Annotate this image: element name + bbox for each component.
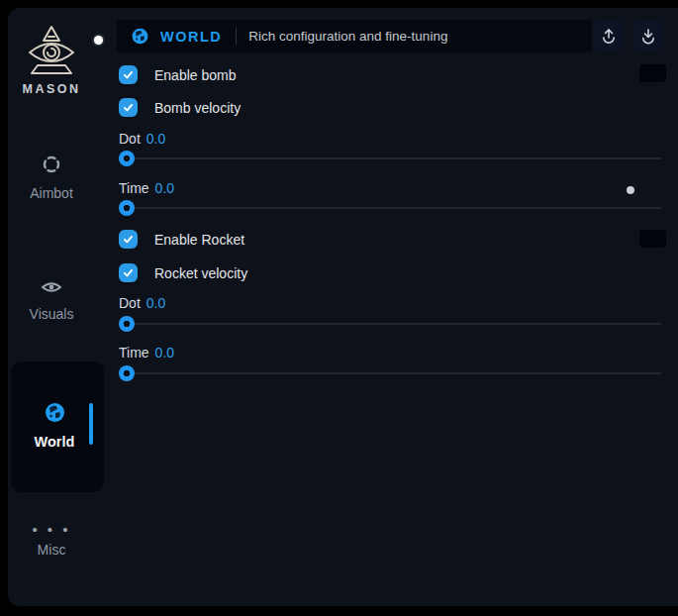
checkbox-label: Enable bomb: [154, 67, 237, 83]
sidebar-item-label: World: [11, 434, 98, 450]
checkmark-icon: [122, 68, 135, 81]
slider-handle[interactable]: [119, 151, 135, 166]
slider-name: Time: [119, 180, 149, 196]
slider-handle[interactable]: [119, 365, 135, 381]
slider-value: 0.0: [155, 180, 174, 196]
checkbox-label: Rocket velocity: [154, 265, 247, 281]
page-title: WORLD: [160, 29, 222, 45]
enable-bomb-checkbox[interactable]: [119, 65, 138, 84]
page-header: WORLD Rich configuration and fine-tuning: [117, 20, 592, 52]
slider-name: Dot: [119, 131, 141, 147]
checkbox-row-enable-bomb: Enable bomb: [119, 65, 237, 84]
header-divider: [236, 28, 237, 45]
bomb-dot-slider[interactable]: [119, 151, 661, 166]
brand-logo: MASON: [8, 24, 95, 96]
sidebar: MASON Aimbot Visuals: [8, 8, 117, 606]
upload-icon: [600, 27, 618, 45]
overlay-dot: [627, 186, 634, 194]
sidebar-item-label: Misc: [8, 542, 95, 558]
slider-track[interactable]: [119, 372, 661, 374]
enable-rocket-keybind-box[interactable]: [639, 230, 666, 248]
checkmark-icon: [122, 101, 135, 114]
slider-value: 0.0: [155, 345, 174, 360]
checkbox-label: Bomb velocity: [154, 100, 241, 116]
app-window: MASON Aimbot Visuals: [8, 8, 678, 606]
ellipsis-icon: • • •: [8, 525, 95, 535]
rocket-time-slider[interactable]: [119, 365, 661, 381]
slider-label-rocket-dot: Dot0.0: [119, 295, 165, 311]
slider-name: Time: [119, 345, 149, 360]
slider-label-rocket-time: Time0.0: [119, 345, 174, 360]
download-config-button[interactable]: [633, 20, 663, 51]
sidebar-item-misc[interactable]: • • • Misc: [8, 525, 95, 558]
slider-name: Dot: [119, 295, 141, 311]
brand-name: MASON: [8, 82, 95, 96]
globe-icon: [131, 27, 149, 46]
rocket-velocity-checkbox[interactable]: [119, 263, 138, 282]
crosshair-icon: [42, 160, 61, 177]
checkbox-row-rocket-velocity: Rocket velocity: [119, 263, 247, 282]
active-tab-indicator: [89, 403, 93, 445]
upload-config-button[interactable]: [594, 20, 624, 51]
slider-handle[interactable]: [119, 316, 135, 332]
page-subtitle: Rich configuration and fine-tuning: [248, 29, 447, 44]
sidebar-item-label: Aimbot: [8, 185, 95, 201]
slider-value: 0.0: [146, 131, 165, 147]
sidebar-item-visuals[interactable]: Visuals: [8, 279, 95, 322]
checkbox-row-bomb-velocity: Bomb velocity: [119, 98, 241, 117]
checkbox-label: Enable Rocket: [154, 232, 244, 248]
slider-track[interactable]: [119, 157, 661, 159]
cursor-dot: [94, 36, 103, 45]
checkmark-icon: [122, 266, 135, 279]
checkbox-row-enable-rocket: Enable Rocket: [119, 230, 244, 249]
sidebar-item-world-inner: World: [11, 401, 98, 450]
download-icon: [639, 27, 657, 45]
enable-bomb-keybind-box[interactable]: [639, 64, 666, 82]
slider-label-bomb-dot: Dot0.0: [119, 131, 165, 147]
bomb-time-slider[interactable]: [119, 200, 661, 216]
sidebar-item-world[interactable]: World: [11, 361, 104, 492]
slider-handle[interactable]: [119, 200, 135, 216]
eye-icon: [41, 281, 62, 298]
mason-eye-logo-icon: [8, 24, 95, 77]
bomb-velocity-checkbox[interactable]: [119, 98, 138, 117]
slider-track[interactable]: [119, 323, 661, 325]
globe-icon: [44, 410, 66, 427]
sidebar-item-label: Visuals: [8, 306, 95, 322]
slider-label-bomb-time: Time0.0: [119, 180, 174, 196]
slider-track[interactable]: [119, 207, 661, 209]
rocket-dot-slider[interactable]: [119, 316, 661, 332]
checkmark-icon: [122, 233, 135, 246]
sidebar-item-aimbot[interactable]: Aimbot: [8, 154, 95, 201]
enable-rocket-checkbox[interactable]: [119, 230, 138, 249]
slider-value: 0.0: [146, 295, 165, 311]
